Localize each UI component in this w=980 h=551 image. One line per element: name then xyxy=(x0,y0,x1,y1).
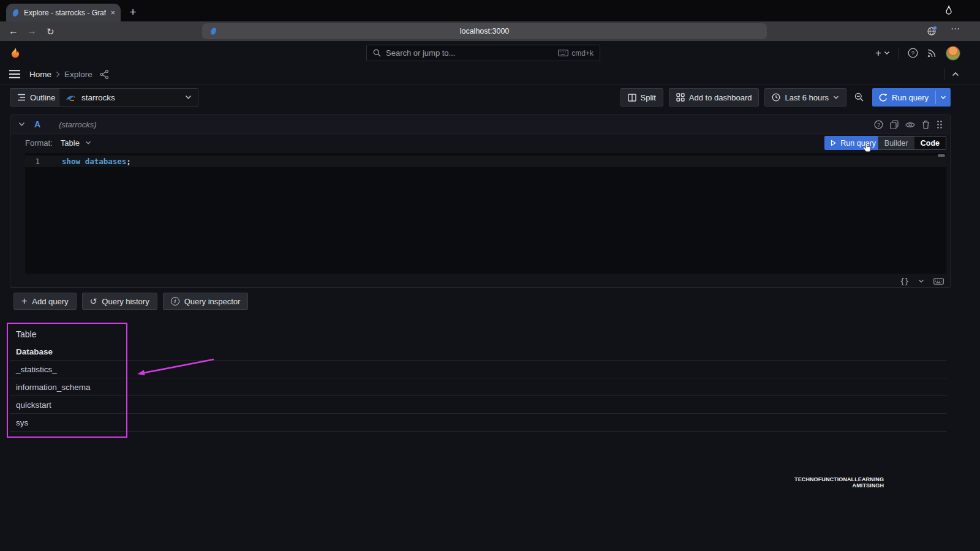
help-icon[interactable]: ? xyxy=(908,48,918,58)
code-line[interactable]: 1 show databases; xyxy=(25,156,946,167)
screen: Explore - starrocks - Grafana × + ← → ↻ … xyxy=(0,0,980,551)
new-button[interactable]: + xyxy=(875,47,890,59)
split-label: Split xyxy=(641,93,656,102)
editor-scrollbar[interactable] xyxy=(938,154,945,157)
sql-keyword: show databases xyxy=(62,157,126,166)
help-icon[interactable]: ? xyxy=(874,120,883,129)
sql-code-editor[interactable]: 1 show databases; xyxy=(25,153,946,274)
flame-icon xyxy=(944,5,953,16)
header-divider xyxy=(0,84,980,84)
drag-handle-icon[interactable] xyxy=(937,120,943,129)
split-button[interactable]: Split xyxy=(620,88,663,107)
zoom-out-icon xyxy=(854,92,864,102)
breadcrumb-home[interactable]: Home xyxy=(29,70,51,79)
browser-menu-icon[interactable]: ⋯ xyxy=(951,23,960,34)
chevron-up-icon[interactable] xyxy=(952,72,959,77)
datasource-name: starrocks xyxy=(81,93,180,102)
new-tab-button[interactable]: + xyxy=(126,5,140,20)
add-to-dashboard-button[interactable]: Add to dashboard xyxy=(669,88,760,107)
outline-icon xyxy=(17,94,26,101)
chevron-down-icon[interactable] xyxy=(918,279,924,283)
format-select[interactable]: Table xyxy=(61,138,91,148)
query-ref-id: A xyxy=(34,119,40,129)
chevron-down-icon xyxy=(940,96,946,100)
add-query-label: Add query xyxy=(32,297,68,306)
breadcrumb-right xyxy=(944,64,959,84)
chevron-down-icon xyxy=(185,95,192,100)
query-editor-panel: A (starrocks) ? xyxy=(10,114,951,288)
format-value: Table xyxy=(61,138,80,148)
search-icon xyxy=(373,49,381,57)
outline-label: Outline xyxy=(30,93,55,102)
table-row[interactable]: sys xyxy=(10,414,947,432)
back-icon[interactable]: ← xyxy=(9,26,18,36)
query-row-header[interactable]: A (starrocks) ? xyxy=(10,115,950,134)
table-row[interactable]: quickstart xyxy=(10,396,947,414)
user-avatar[interactable] xyxy=(946,46,960,61)
editor-footer: {} xyxy=(10,274,950,288)
sync-icon xyxy=(879,93,888,102)
search-input[interactable]: Search or jump to... cmd+k xyxy=(366,45,600,61)
keyboard-icon xyxy=(558,50,568,56)
url-bar[interactable]: localhost:3000 xyxy=(202,23,767,39)
extension-globe-icon[interactable] xyxy=(927,26,937,36)
reload-icon[interactable]: ↻ xyxy=(47,27,55,36)
forward-icon[interactable]: → xyxy=(27,26,37,36)
plus-icon: + xyxy=(21,296,27,307)
query-inspector-button[interactable]: i Query inspector xyxy=(163,293,249,310)
datasource-picker[interactable]: starrocks xyxy=(59,88,198,107)
svg-text:?: ? xyxy=(911,50,914,56)
divider xyxy=(944,69,944,80)
add-to-dashboard-label: Add to dashboard xyxy=(689,93,752,102)
mysql-datasource-icon xyxy=(66,94,77,102)
keyboard-icon[interactable] xyxy=(933,278,944,285)
braces-icon[interactable]: {} xyxy=(900,277,909,286)
zoom-out-button[interactable] xyxy=(852,92,867,102)
builder-tab[interactable]: Builder xyxy=(878,137,914,149)
browser-tab[interactable]: Explore - starrocks - Grafana × xyxy=(6,4,121,21)
copy-icon[interactable] xyxy=(890,120,899,129)
format-control: Format: Table xyxy=(25,138,91,148)
search-shortcut: cmd+k xyxy=(558,49,594,58)
play-icon xyxy=(830,140,837,146)
eye-icon[interactable] xyxy=(905,121,915,129)
table-column-header[interactable]: Database xyxy=(10,343,947,361)
time-range-label: Last 6 hours xyxy=(785,93,829,102)
table-row[interactable]: _statistics_ xyxy=(10,361,947,378)
add-query-button[interactable]: + Add query xyxy=(13,293,77,310)
table-row[interactable]: information_schema xyxy=(10,378,947,396)
query-history-label: Query history xyxy=(102,297,149,306)
header-actions: + ? xyxy=(875,45,960,61)
tab-title: Explore - starrocks - Grafana xyxy=(24,9,106,17)
menu-icon[interactable] xyxy=(9,70,20,78)
news-rss-icon[interactable] xyxy=(927,48,937,58)
run-query-split-button: Run query xyxy=(872,88,951,107)
cell-database: quickstart xyxy=(16,400,51,410)
breadcrumb-explore[interactable]: Explore xyxy=(64,70,92,79)
query-row-actions: ? xyxy=(874,115,943,134)
builder-code-toggle: Builder Code xyxy=(878,136,946,150)
trash-icon[interactable] xyxy=(922,120,930,129)
outline-button[interactable]: Outline xyxy=(10,88,62,107)
code-tab[interactable]: Code xyxy=(914,137,946,149)
run-query-caret-button[interactable] xyxy=(936,88,951,107)
query-history-button[interactable]: ↺ Query history xyxy=(82,293,157,310)
editor-run-query-button[interactable]: Run query xyxy=(824,136,881,150)
query-datasource-hint: (starrocks) xyxy=(59,120,96,129)
grafana-logo[interactable] xyxy=(9,47,21,60)
split-icon xyxy=(628,94,636,102)
shortcut-text: cmd+k xyxy=(571,49,594,58)
watermark-line2: AMITSINGH xyxy=(794,482,884,489)
share-icon[interactable] xyxy=(100,70,109,79)
watermark: TECHNOFUNCTIONALLEARNING AMITSINGH xyxy=(794,476,884,489)
browser-tab-strip: Explore - starrocks - Grafana × + xyxy=(0,0,980,21)
collapse-chevron-icon[interactable] xyxy=(18,122,25,127)
history-icon: ↺ xyxy=(90,296,97,306)
run-query-button[interactable]: Run query xyxy=(872,88,935,107)
tab-close-icon[interactable]: × xyxy=(110,8,115,17)
time-range-picker[interactable]: Last 6 hours xyxy=(764,88,846,107)
sql-code: show databases; xyxy=(62,157,131,166)
chevron-down-icon xyxy=(884,51,890,55)
run-query-label: Run query xyxy=(892,93,929,102)
dashboard-grid-icon xyxy=(676,93,685,102)
